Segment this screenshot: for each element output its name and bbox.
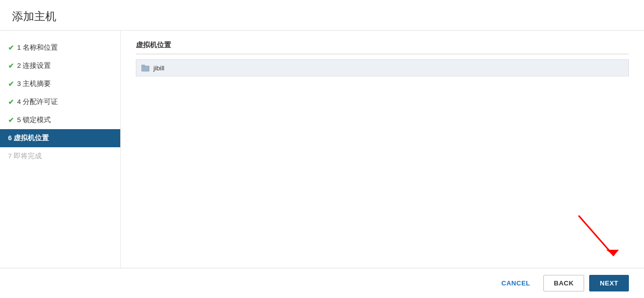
sidebar-label-step4: 4 分配许可证 — [17, 97, 58, 107]
annotation-arrow — [548, 211, 629, 271]
sidebar-item-step7[interactable]: 7 即将完成 — [0, 147, 120, 165]
sidebar-label-step7: 7 即将完成 — [8, 152, 42, 161]
footer: CANCEL BACK NEXT — [0, 268, 644, 298]
check-icon-step2: ✔ — [8, 62, 14, 70]
content-area: 虚拟机位置 jibill — [121, 31, 644, 298]
sidebar-label-step6: 6 虚拟机位置 — [8, 134, 49, 143]
sidebar-label-step5: 5 锁定模式 — [17, 116, 51, 125]
vm-location-name: jibill — [153, 64, 165, 72]
back-button[interactable]: BACK — [543, 275, 585, 291]
check-icon-step4: ✔ — [8, 98, 14, 106]
sidebar-item-step6[interactable]: 6 虚拟机位置 — [0, 129, 120, 147]
vm-location-row[interactable]: jibill — [136, 59, 629, 76]
page-title: 添加主机 — [0, 0, 644, 31]
check-icon-step1: ✔ — [8, 44, 14, 52]
svg-rect-1 — [141, 65, 145, 66]
svg-line-2 — [579, 216, 614, 256]
check-icon-step5: ✔ — [8, 116, 14, 124]
folder-icon — [141, 64, 149, 72]
section-title: 虚拟机位置 — [136, 41, 629, 54]
sidebar-item-step5[interactable]: ✔ 5 锁定模式 — [0, 111, 120, 129]
sidebar-item-step2[interactable]: ✔ 2 连接设置 — [0, 57, 120, 75]
svg-marker-3 — [606, 250, 619, 256]
next-button[interactable]: NEXT — [589, 275, 629, 291]
check-icon-step3: ✔ — [8, 80, 14, 88]
sidebar-item-step1[interactable]: ✔ 1 名称和位置 — [0, 39, 120, 57]
sidebar-item-step3[interactable]: ✔ 3 主机摘要 — [0, 75, 120, 93]
cancel-button[interactable]: CANCEL — [494, 275, 538, 291]
sidebar-label-step2: 2 连接设置 — [17, 61, 51, 70]
sidebar-label-step3: 3 主机摘要 — [17, 79, 51, 88]
sidebar-item-step4[interactable]: ✔ 4 分配许可证 — [0, 93, 120, 111]
svg-rect-0 — [141, 66, 149, 71]
sidebar-label-step1: 1 名称和位置 — [17, 43, 58, 52]
sidebar: ✔ 1 名称和位置 ✔ 2 连接设置 ✔ 3 主机摘要 ✔ 4 分配许可证 ✔ … — [0, 31, 121, 298]
